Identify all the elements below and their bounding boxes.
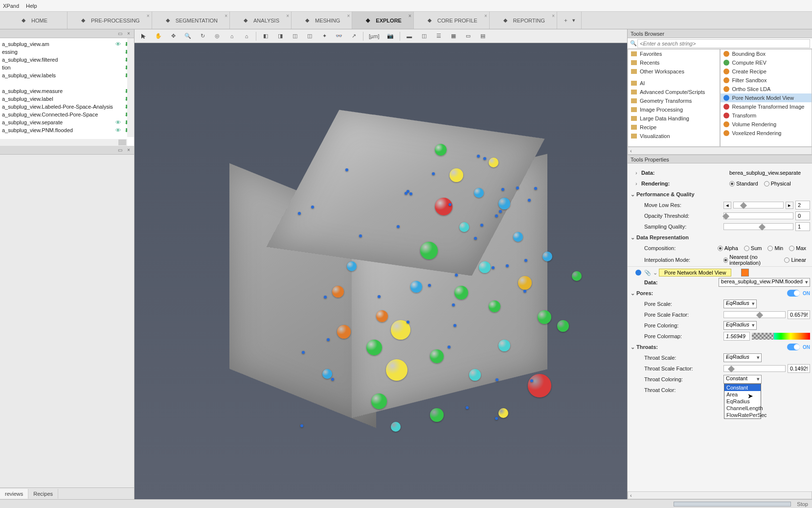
radio-min[interactable]: Min xyxy=(767,245,783,251)
move-lowres-slider[interactable] xyxy=(733,202,784,208)
tab-close-icon[interactable]: × xyxy=(347,13,350,19)
radio-linear[interactable]: Linear xyxy=(784,257,806,263)
tab-reporting[interactable]: ◆REPORTING× xyxy=(490,12,557,29)
opacity-input[interactable] xyxy=(795,211,810,220)
tool-item[interactable]: Create Recipe xyxy=(721,67,812,76)
sampling-slider[interactable] xyxy=(723,223,793,230)
add-tab-button[interactable]: ＋▾ xyxy=(557,12,582,29)
eye-icon[interactable]: 👁 xyxy=(115,41,121,47)
cube1-icon[interactable]: ◫ xyxy=(289,31,301,42)
pointer-icon[interactable] xyxy=(137,31,150,42)
category-item[interactable]: Large Data Handling xyxy=(628,114,720,123)
section-pores[interactable]: Pores: xyxy=(636,290,653,296)
menu-help[interactable]: Help xyxy=(26,3,37,9)
tab-close-icon[interactable]: × xyxy=(552,13,555,19)
section-perf[interactable]: Performance & Quality xyxy=(636,191,695,197)
tree-hscroll[interactable] xyxy=(0,139,127,146)
hand-icon[interactable]: ✋ xyxy=(152,31,165,42)
ortho-icon[interactable]: ◨ xyxy=(274,31,287,42)
layout6-icon[interactable]: ▤ xyxy=(476,31,489,42)
zoom-icon[interactable]: 🔍 xyxy=(181,31,194,42)
rotate-icon[interactable]: ↻ xyxy=(196,31,209,42)
dropdown-option[interactable]: ChannelLength xyxy=(724,405,761,412)
close-icon[interactable]: × xyxy=(125,147,132,153)
category-item[interactable]: Visualization xyxy=(628,132,720,140)
tab-close-icon[interactable]: × xyxy=(408,13,411,19)
persp-icon[interactable]: ◧ xyxy=(259,31,272,42)
close-icon[interactable]: × xyxy=(125,31,132,37)
menu-xpand[interactable]: XPand xyxy=(3,3,19,9)
tool-item[interactable]: Compute REV xyxy=(721,58,812,67)
tab-core-profile[interactable]: ◆CORE PROFILE× xyxy=(414,12,490,29)
category-item[interactable]: Recents xyxy=(628,58,720,67)
throat-coloring-options[interactable]: ➤ ConstantAreaEqRadiusChannelLengthFlowR… xyxy=(724,384,761,419)
tab-close-icon[interactable]: × xyxy=(225,13,227,19)
stereo-icon[interactable]: 👓 xyxy=(333,31,345,42)
chevron-down-icon[interactable]: ⌄ xyxy=(653,270,659,276)
category-item[interactable]: Recipe xyxy=(628,123,720,132)
tree-item[interactable]: a_subplug_view.filtered⬇ xyxy=(1,56,133,64)
pore-coloring-dropdown[interactable]: EqRadius xyxy=(723,321,757,330)
viewport-canvas[interactable] xyxy=(135,43,627,499)
category-item[interactable]: Geometry Transforms xyxy=(628,96,720,105)
pore-sf-slider[interactable] xyxy=(723,311,786,318)
tools-search-input[interactable] xyxy=(637,39,810,48)
tree-item[interactable]: tion⬇ xyxy=(1,64,133,71)
tree-item[interactable] xyxy=(1,79,133,87)
pin-icon[interactable]: 📎 xyxy=(644,270,651,276)
module-color-swatch[interactable] xyxy=(741,269,749,277)
tab-meshing[interactable]: ◆MESHING× xyxy=(292,12,352,29)
light-icon[interactable]: ✦ xyxy=(318,31,331,42)
throat-scale-dropdown[interactable]: EqRadius xyxy=(723,353,762,362)
tab-recipes[interactable]: Recipes xyxy=(28,489,58,499)
move-icon[interactable]: ✥ xyxy=(167,31,180,42)
tab-close-icon[interactable]: × xyxy=(286,13,289,19)
measure-icon[interactable]: ↗ xyxy=(347,31,360,42)
category-item[interactable]: Image Processing xyxy=(628,105,720,114)
move-lowres-input[interactable] xyxy=(795,201,810,209)
throats-toggle[interactable] xyxy=(787,344,800,350)
tool-item[interactable]: Resample Transformed Image xyxy=(721,102,812,111)
radio-physical[interactable]: Physical xyxy=(764,181,791,186)
tree-vscroll[interactable] xyxy=(127,38,134,137)
category-item[interactable]: AI xyxy=(628,79,720,88)
throat-sf-input[interactable] xyxy=(788,364,810,373)
radio-sum[interactable]: Sum xyxy=(744,245,762,251)
radio-max[interactable]: Max xyxy=(789,245,806,251)
props-hscroll[interactable]: ‹ xyxy=(628,491,812,499)
sampling-input[interactable] xyxy=(795,222,810,231)
tab-close-icon[interactable]: × xyxy=(147,13,150,19)
target-icon[interactable]: ◎ xyxy=(211,31,224,42)
category-item[interactable]: Favorites xyxy=(628,49,720,58)
tool-item[interactable]: Pore Network Model View xyxy=(721,93,812,102)
pore-scale-dropdown[interactable]: EqRadius xyxy=(723,300,757,308)
radio-nearest[interactable]: Nearest (no interpolation) xyxy=(723,254,778,266)
tool-item[interactable]: Volume Rendering xyxy=(721,120,812,129)
tree-item[interactable]: a_subplug_view.separate👁⬇ xyxy=(1,118,133,126)
throat-sf-slider[interactable] xyxy=(723,365,786,372)
dropdown-option[interactable]: Area xyxy=(724,391,761,398)
pnm-module-tag[interactable]: Pore Network Model View xyxy=(659,269,731,277)
tab-close-icon[interactable]: × xyxy=(484,13,487,19)
tools-hscroll[interactable]: ‹ xyxy=(628,147,812,155)
throat-coloring-dropdown[interactable]: Constant ➤ ConstantAreaEqRadiusChannelLe… xyxy=(723,375,762,384)
tool-item[interactable]: Ortho Slice LDA xyxy=(721,85,812,93)
pore-colormap-bar[interactable] xyxy=(752,333,810,340)
home-icon[interactable]: ⌂ xyxy=(226,31,238,42)
tab-segmentation[interactable]: ◆SEGMENTATION× xyxy=(152,12,230,29)
viewport[interactable]: ✋ ✥ 🔍 ↻ ◎ ⌂ ⌂ ◧ ◨ ◫ ◫ ✦ 👓 ↗ [µm] 📷 ▬ ◫ ☰… xyxy=(135,29,627,499)
dropdown-option[interactable]: Constant xyxy=(724,384,761,391)
layout3-icon[interactable]: ☰ xyxy=(432,31,445,42)
radio-alpha[interactable]: Alpha xyxy=(718,245,738,251)
detach-icon[interactable]: ▭ xyxy=(116,31,123,37)
pore-colormap-input[interactable] xyxy=(723,332,750,341)
step-left-icon[interactable]: ◂ xyxy=(723,202,731,209)
tree-item[interactable]: a_subplug_view.label⬇ xyxy=(1,95,133,103)
stop-button[interactable]: Stop xyxy=(797,501,808,507)
tab-pre-processing[interactable]: ◆PRE-PROCESSING× xyxy=(68,12,152,29)
tree-item[interactable]: a_subplug_view.PNM.flooded👁⬇ xyxy=(1,126,133,134)
layout5-icon[interactable]: ▭ xyxy=(462,31,474,42)
camera-icon[interactable]: 📷 xyxy=(384,31,397,42)
radio-standard[interactable]: Standard xyxy=(729,181,758,186)
tree-item[interactable]: a_subplug_view.measure⬇ xyxy=(1,87,133,95)
